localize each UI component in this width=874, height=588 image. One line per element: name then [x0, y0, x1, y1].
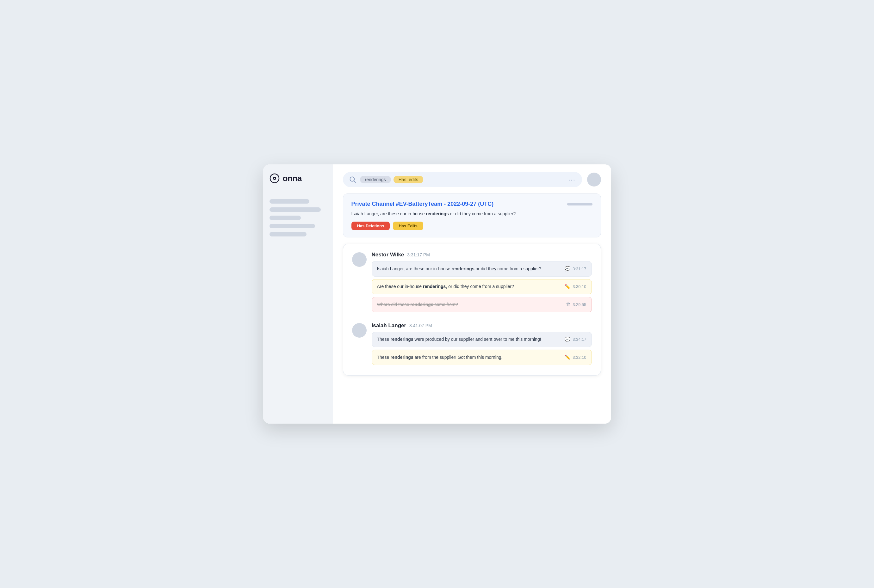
result-message: Isaiah Langer, are these our in-house re…	[351, 210, 593, 217]
bubble-1a: Isaiah Langer, are these our in-house re…	[372, 261, 592, 277]
search-tags: renderings Has: edits	[360, 176, 565, 183]
author-time-2: 3:41:07 PM	[409, 323, 432, 328]
bubble-2b-meta: ✏️ 3:32:10	[565, 354, 586, 361]
search-icon	[349, 176, 356, 183]
sidebar-nav	[269, 199, 326, 237]
author-time-1: 3:31:17 PM	[407, 252, 430, 257]
bubble-1c: Where did these renderings come from? 🗑 …	[372, 297, 592, 312]
search-bar[interactable]: renderings Has: edits ···	[343, 172, 582, 187]
bubble-1b-meta: ✏️ 3:30:10	[565, 283, 586, 291]
logo-area: onna	[269, 173, 326, 183]
thread-card: Nestor Wilke 3:31:17 PM Isaiah Langer, a…	[343, 244, 601, 375]
badge-edits: Has Edits	[393, 222, 423, 230]
pencil-icon: ✏️	[565, 283, 571, 291]
badge-row: Has Deletions Has Edits	[351, 222, 593, 230]
badge-deletions: Has Deletions	[351, 222, 390, 230]
bubble-1c-meta: 🗑 3:29:55	[566, 301, 586, 308]
result-card: Private Channel #EV-BatteryTeam - 2022-0…	[343, 194, 601, 237]
bubble-2a: These renderings were produced by our su…	[372, 332, 592, 347]
svg-line-4	[354, 181, 355, 183]
result-card-header: Private Channel #EV-BatteryTeam - 2022-0…	[351, 201, 593, 207]
author-name-1: Nestor Wilke	[372, 252, 404, 258]
main-content: renderings Has: edits ··· Private Channe…	[333, 164, 611, 424]
search-tag-query[interactable]: renderings	[360, 176, 391, 183]
onna-logo-icon	[269, 173, 280, 183]
search-more-button[interactable]: ···	[569, 176, 576, 183]
chat-icon: 💬	[565, 265, 571, 273]
bubble-2b: These renderings are from the supplier! …	[372, 350, 592, 365]
result-card-scrollbar	[567, 203, 593, 206]
svg-point-2	[274, 178, 275, 179]
bubble-2a-meta: 💬 3:34:17	[565, 336, 586, 344]
sidebar-skeleton-5	[269, 232, 307, 237]
sidebar-skeleton-3	[269, 216, 301, 220]
chat-icon-2: 💬	[565, 336, 571, 344]
app-window: onna renderings Has: edits	[263, 164, 611, 424]
sidebar-skeleton-4	[269, 224, 315, 228]
sidebar-skeleton-1	[269, 199, 309, 204]
user-avatar	[587, 172, 601, 186]
author-line-2: Isaiah Langer 3:41:07 PM	[372, 322, 592, 329]
author-line-1: Nestor Wilke 3:31:17 PM	[372, 252, 592, 258]
pencil-icon-2: ✏️	[565, 354, 571, 361]
message-group-content-2: Isaiah Langer 3:41:07 PM These rendering…	[372, 322, 592, 368]
avatar-nestor	[352, 252, 367, 267]
trash-icon: 🗑	[566, 301, 571, 308]
bubble-1b-text: Are these our in-house renderings, or di…	[377, 283, 560, 290]
bubble-1c-text: Where did these renderings come from?	[377, 301, 561, 308]
message-group-content-1: Nestor Wilke 3:31:17 PM Isaiah Langer, a…	[372, 252, 592, 315]
sidebar-skeleton-2	[269, 207, 321, 212]
bubble-1a-text: Isaiah Langer, are these our in-house re…	[377, 266, 560, 272]
bubble-1a-meta: 💬 3:31:17	[565, 265, 586, 273]
channel-title[interactable]: Private Channel #EV-BatteryTeam - 2022-0…	[351, 201, 494, 207]
author-name-2: Isaiah Langer	[372, 322, 406, 329]
bubble-1b: Are these our in-house renderings, or di…	[372, 279, 592, 295]
sidebar: onna	[263, 164, 333, 424]
bubble-2b-text: These renderings are from the supplier! …	[377, 354, 560, 361]
message-group-1: Nestor Wilke 3:31:17 PM Isaiah Langer, a…	[352, 252, 592, 315]
message-group-2: Isaiah Langer 3:41:07 PM These rendering…	[352, 322, 592, 368]
avatar-isaiah	[352, 323, 367, 338]
search-tag-filter[interactable]: Has: edits	[394, 176, 423, 183]
logo-text: onna	[283, 174, 302, 183]
bubble-2a-text: These renderings were produced by our su…	[377, 336, 560, 343]
